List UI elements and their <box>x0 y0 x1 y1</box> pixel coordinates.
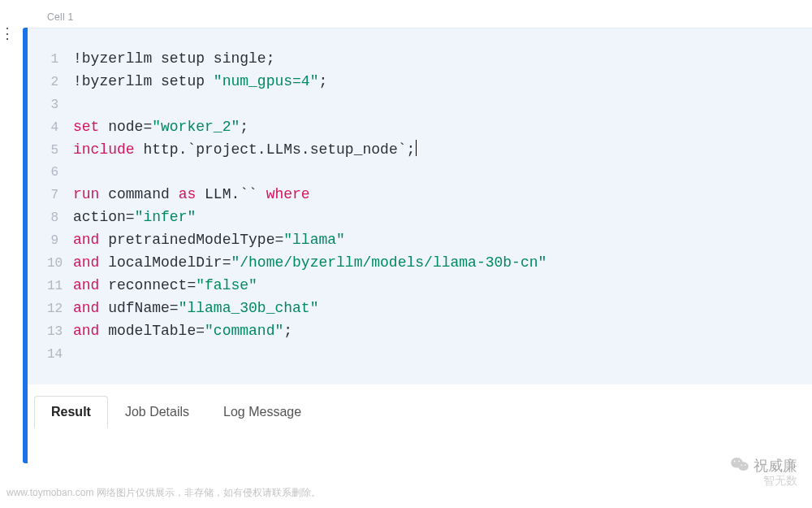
code-line[interactable]: 5include http.`project.LLMs.setup_node`; <box>47 139 793 162</box>
code-text[interactable] <box>73 93 82 116</box>
cell-label: Cell 1 <box>47 11 73 23</box>
result-tabs: ResultJob DetailsLog Message <box>28 396 812 428</box>
code-line[interactable]: 10and localModelDir="/home/byzerllm/mode… <box>47 252 793 275</box>
code-editor[interactable]: 1!byzerllm setup single;2!byzerllm setup… <box>28 28 812 384</box>
line-number: 10 <box>47 254 73 274</box>
code-text[interactable]: and reconnect="false" <box>73 275 257 297</box>
watermark-author: 祝威廉 <box>754 456 797 475</box>
line-number: 4 <box>47 118 73 138</box>
svg-point-4 <box>741 464 742 466</box>
text-cursor <box>416 140 417 156</box>
wechat-icon <box>731 457 749 475</box>
line-number: 2 <box>47 72 73 93</box>
watermark-right: 祝威廉 <box>731 456 797 475</box>
code-line[interactable]: 7run command as LLM.`` where <box>47 184 793 206</box>
code-text[interactable]: !byzerllm setup "num_gpus=4"; <box>73 71 327 93</box>
code-text[interactable]: and localModelDir="/home/byzerllm/models… <box>73 252 546 275</box>
watermark-left: www.toymoban.com 网络图片仅供展示，非存储，如有侵权请联系删除。 <box>6 486 321 500</box>
cell: 1!byzerllm setup single;2!byzerllm setup… <box>23 28 812 428</box>
code-text[interactable]: !byzerllm setup single; <box>73 48 274 71</box>
code-line[interactable]: 4set node="worker_2"; <box>47 116 793 139</box>
line-number: 8 <box>47 208 73 228</box>
svg-point-1 <box>738 462 749 471</box>
tab-job-details[interactable]: Job Details <box>108 396 206 428</box>
code-text[interactable]: include http.`project.LLMs.setup_node`; <box>73 139 417 162</box>
code-text[interactable]: action="infer" <box>73 206 196 229</box>
line-number: 11 <box>47 276 73 297</box>
code-text[interactable] <box>73 343 82 366</box>
code-line[interactable]: 13and modelTable="command"; <box>47 320 793 343</box>
code-line[interactable]: 2!byzerllm setup "num_gpus=4"; <box>47 71 793 93</box>
line-number: 3 <box>47 95 73 115</box>
left-sidebar-stub: ⋮ <box>0 24 13 42</box>
code-line[interactable]: 6 <box>47 161 793 184</box>
line-number: 9 <box>47 231 73 251</box>
code-line[interactable]: 1!byzerllm setup single; <box>47 48 793 71</box>
line-number: 6 <box>47 163 73 183</box>
code-line[interactable]: 12and udfName="llama_30b_chat" <box>47 297 793 320</box>
code-text[interactable]: set node="worker_2"; <box>73 116 248 139</box>
code-line[interactable]: 9and pretrainedModelType="llama" <box>47 229 793 252</box>
code-text[interactable]: and udfName="llama_30b_chat" <box>73 297 318 320</box>
svg-point-2 <box>734 460 736 462</box>
svg-point-3 <box>738 460 740 462</box>
line-number: 5 <box>47 141 73 161</box>
line-number: 1 <box>47 50 73 70</box>
line-number: 12 <box>47 299 73 319</box>
line-number: 14 <box>47 345 73 365</box>
tab-result[interactable]: Result <box>34 396 108 428</box>
code-text[interactable] <box>73 161 82 184</box>
watermark-sub: 智无数 <box>763 474 797 488</box>
line-number: 7 <box>47 185 73 206</box>
line-number: 13 <box>47 322 73 342</box>
tab-log-message[interactable]: Log Message <box>206 396 318 428</box>
code-line[interactable]: 3 <box>47 93 793 116</box>
code-line[interactable]: 8action="infer" <box>47 206 793 229</box>
svg-point-5 <box>745 464 746 466</box>
code-line[interactable]: 11and reconnect="false" <box>47 275 793 297</box>
cell-accent-bar <box>23 28 28 463</box>
code-text[interactable]: and pretrainedModelType="llama" <box>73 229 345 252</box>
code-line[interactable]: 14 <box>47 343 793 366</box>
code-text[interactable]: and modelTable="command"; <box>73 320 292 343</box>
code-text[interactable]: run command as LLM.`` where <box>73 184 310 206</box>
